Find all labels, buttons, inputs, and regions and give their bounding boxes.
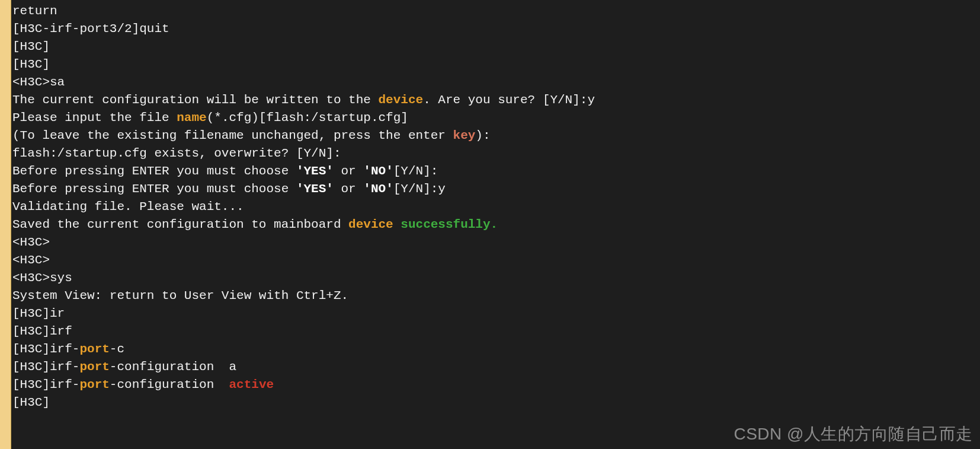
token: [H3C]irf	[12, 324, 72, 338]
terminal-line: Saved the current configuration to mainb…	[12, 216, 979, 234]
token: Saved the current configuration to mainb…	[12, 218, 348, 231]
token: or	[334, 164, 363, 178]
terminal-line: [H3C]irf	[12, 323, 979, 340]
token: Before pressing ENTER you must choose	[12, 182, 296, 196]
terminal-frame: return[H3C-irf-port3/2]quit[H3C][H3C]<H3…	[0, 0, 980, 449]
terminal-line: <H3C>	[12, 234, 979, 251]
terminal-line: Validating file. Please wait...	[12, 198, 979, 216]
terminal-line: Before pressing ENTER you must choose 'Y…	[12, 163, 979, 180]
token: System View: return to User View with Ct…	[12, 289, 348, 302]
token	[393, 218, 401, 231]
token-bold: 'NO'	[363, 164, 393, 178]
token: <H3C>	[12, 253, 50, 267]
token: [H3C]	[12, 58, 50, 71]
terminal-line: [H3C-irf-port3/2]quit	[12, 20, 979, 38]
terminal-line: Please input the file name(*.cfg)[flash:…	[12, 109, 979, 127]
terminal-line: [H3C]ir	[12, 305, 979, 323]
terminal-output[interactable]: return[H3C-irf-port3/2]quit[H3C][H3C]<H3…	[11, 0, 980, 449]
token: [H3C]	[12, 396, 50, 409]
terminal-line: [H3C]	[12, 394, 979, 412]
terminal-line: return	[12, 2, 979, 20]
terminal-line: [H3C]irf-port-configuration a	[12, 358, 979, 376]
token: Please input the file	[12, 111, 177, 125]
token: <H3C>	[12, 235, 50, 249]
token: -configuration a	[110, 360, 236, 374]
terminal-line: Before pressing ENTER you must choose 'Y…	[12, 180, 979, 198]
token-green: successfully.	[401, 218, 498, 231]
token: The current configuration will be writte…	[12, 93, 379, 107]
token-salmon: key	[453, 129, 476, 142]
token: Before pressing ENTER you must choose	[12, 164, 296, 178]
token: [Y/N]:y	[393, 182, 446, 196]
token: . Are you sure? [Y/N]:y	[423, 93, 595, 107]
terminal-line: <H3C>sa	[12, 74, 979, 91]
token: return	[12, 4, 57, 18]
token-red: active	[229, 378, 274, 391]
terminal-line: <H3C>sys	[12, 269, 979, 287]
terminal-line: The current configuration will be writte…	[12, 91, 979, 109]
token: (*.cfg)[flash:/startup.cfg]	[207, 111, 408, 125]
token: [Y/N]:	[393, 164, 438, 178]
token: Validating file. Please wait...	[12, 200, 244, 214]
token-bold: 'YES'	[296, 164, 334, 178]
terminal-line: <H3C>	[12, 251, 979, 269]
token: [H3C]irf-	[12, 378, 79, 391]
terminal-line: [H3C]	[12, 56, 979, 74]
token-orange: port	[79, 378, 109, 391]
token: [H3C]	[12, 40, 50, 53]
token: [H3C]irf-	[12, 360, 79, 374]
token: [H3C]ir	[12, 307, 65, 320]
token: -c	[110, 342, 124, 356]
token-bold: 'YES'	[296, 182, 334, 196]
token: [H3C]irf-	[12, 342, 79, 356]
session-tab-gutter[interactable]	[0, 0, 11, 449]
token-orange: name	[177, 111, 206, 125]
terminal-line: [H3C]irf-port-configuration active	[12, 376, 979, 394]
token-orange: port	[79, 342, 109, 356]
token-bold: 'NO'	[363, 182, 393, 196]
token: -configuration	[110, 378, 229, 391]
terminal-line: [H3C]	[12, 38, 979, 56]
token-orange: port	[79, 360, 109, 374]
token: <H3C>sa	[12, 75, 65, 89]
terminal-line: System View: return to User View with Ct…	[12, 287, 979, 305]
token-orange: device	[348, 218, 393, 231]
token: (To leave the existing filename unchange…	[12, 129, 453, 142]
token-orange: device	[379, 93, 424, 107]
terminal-line: (To leave the existing filename unchange…	[12, 127, 979, 145]
token: ):	[475, 129, 490, 142]
token: <H3C>sys	[12, 271, 72, 285]
token: flash:/startup.cfg exists, overwrite? [Y…	[12, 147, 341, 160]
token: [H3C-irf-port3/2]quit	[12, 22, 169, 36]
terminal-line: [H3C]irf-port-c	[12, 340, 979, 358]
terminal-line: flash:/startup.cfg exists, overwrite? [Y…	[12, 145, 979, 163]
token: or	[334, 182, 363, 196]
